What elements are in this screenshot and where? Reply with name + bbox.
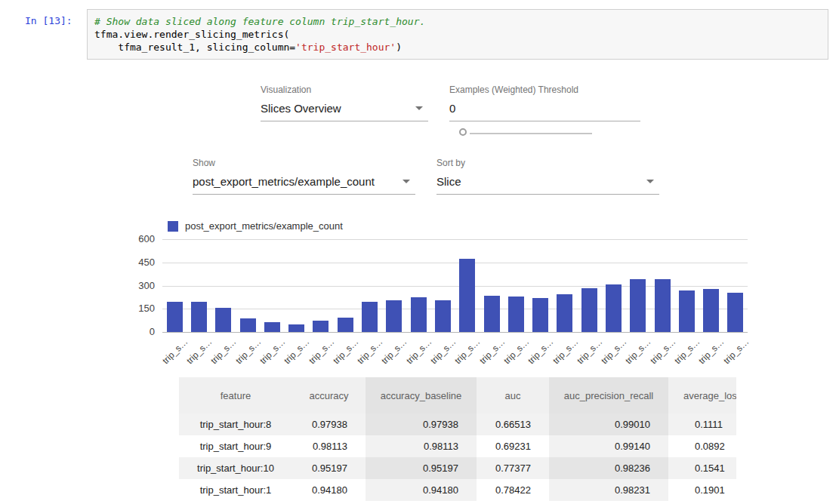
bar-slot (406, 297, 430, 332)
x-tick-label: trip_s… (526, 337, 555, 366)
code-args-pre: tfma_result_1, slicing_column= (94, 41, 295, 53)
code-editor[interactable]: # Show data sliced along feature column … (87, 9, 828, 60)
feature-cell: trip_start_hour:10 (179, 457, 292, 479)
bar-slot (723, 293, 748, 332)
slider-thumb[interactable] (459, 128, 467, 136)
show-dropdown[interactable]: Show post_export_metrics/example_count (193, 158, 415, 195)
show-value[interactable]: post_export_metrics/example_count (193, 170, 415, 195)
bar[interactable] (557, 294, 572, 332)
x-tick-slot: trip_s… (723, 333, 748, 364)
bar[interactable] (435, 300, 451, 332)
bar-slot (309, 321, 333, 332)
column-header[interactable]: accuracy (292, 377, 366, 413)
feature-cell: trip_start_hour:9 (179, 435, 292, 457)
bar-slot (553, 294, 577, 332)
bar[interactable] (313, 321, 329, 332)
chevron-down-icon (415, 106, 423, 110)
code-args-string: 'trip_start_hour' (295, 41, 396, 53)
metric-cell: 0.94180 (366, 479, 477, 501)
bar[interactable] (655, 279, 671, 332)
column-header[interactable]: accuracy_baseline (366, 377, 477, 413)
x-tick-slot: trip_s… (577, 333, 601, 364)
bar[interactable] (288, 324, 304, 332)
bar-slot (480, 296, 504, 332)
x-tick-slot: trip_s… (236, 333, 260, 364)
sort-by-label: Sort by (436, 158, 659, 170)
bar-slot (187, 302, 211, 332)
visualization-label: Visualization (261, 85, 428, 97)
bar[interactable] (532, 298, 548, 332)
x-tick-slot: trip_s… (528, 333, 552, 364)
metric-cell: 0.95197 (292, 457, 366, 479)
x-tick-label: trip_s… (428, 337, 458, 366)
bar-slot (601, 284, 625, 332)
metric-cell: 0.97938 (292, 413, 366, 435)
column-header[interactable]: average_los (668, 377, 736, 413)
bar[interactable] (581, 288, 597, 332)
table-row: trip_start_hour:100.951970.951970.773770… (179, 457, 736, 479)
show-selected: post_export_metrics/example_count (193, 175, 375, 188)
chevron-down-icon (403, 180, 410, 183)
slider-track[interactable] (470, 133, 592, 134)
bar[interactable] (338, 318, 353, 332)
bar[interactable] (167, 302, 183, 332)
sort-by-dropdown[interactable]: Sort by Slice (436, 158, 659, 195)
x-tick-label: trip_s… (380, 337, 409, 366)
bar[interactable] (630, 279, 646, 332)
bar[interactable] (606, 284, 622, 332)
x-tick-label: trip_s… (355, 337, 384, 366)
metric-cell: 0.0892 (668, 435, 736, 457)
x-tick-label: trip_s… (721, 337, 751, 366)
bar[interactable] (679, 290, 695, 332)
table-row: trip_start_hour:80.979380.979380.665130.… (179, 413, 736, 435)
sort-by-value[interactable]: Slice (436, 170, 659, 195)
visualization-value[interactable]: Slices Overview (261, 97, 428, 121)
feature-cell: trip_start_hour:1 (179, 479, 292, 501)
bar[interactable] (264, 322, 280, 332)
column-header[interactable]: feature (179, 377, 292, 413)
notebook-page: In [13]: # Show data sliced along featur… (0, 0, 839, 504)
x-tick-slot: trip_s… (357, 333, 381, 364)
bar[interactable] (484, 296, 500, 332)
threshold-field[interactable]: Examples (Weighted) Threshold (449, 85, 640, 121)
y-tick-label: 150 (113, 303, 155, 314)
bar[interactable] (386, 300, 402, 332)
code-call-line: tfma.view.render_slicing_metrics( (94, 28, 821, 41)
column-header[interactable]: auc_precision_recall (549, 377, 668, 413)
x-tick-slot: trip_s… (162, 333, 187, 364)
threshold-input[interactable] (449, 102, 639, 115)
bar[interactable] (215, 308, 231, 332)
metric-cell: 0.98113 (366, 435, 477, 457)
bar-slot (455, 259, 480, 332)
column-header[interactable]: auc (477, 377, 549, 413)
threshold-slider[interactable] (458, 128, 594, 139)
bar-slot (260, 322, 284, 332)
bar-slot (699, 289, 723, 332)
feature-cell: trip_start_hour:8 (179, 413, 292, 435)
metric-cell: 0.77377 (477, 457, 549, 479)
x-tick-slot: trip_s… (284, 333, 308, 364)
visualization-selected: Slices Overview (261, 102, 341, 115)
bar[interactable] (703, 289, 719, 332)
bar[interactable] (459, 259, 475, 332)
threshold-value-wrap[interactable] (449, 97, 640, 121)
show-label: Show (193, 158, 415, 170)
x-tick-label: trip_s… (209, 337, 239, 366)
x-tick-slot: trip_s… (699, 333, 723, 364)
cell-prompt: In [13]: (25, 9, 87, 60)
bar-slot (577, 288, 601, 332)
bar[interactable] (240, 318, 256, 332)
y-tick-label: 600 (113, 233, 155, 244)
bar[interactable] (411, 297, 427, 332)
metric-cell: 0.69231 (477, 435, 549, 457)
bar[interactable] (508, 297, 524, 332)
x-tick-label: trip_s… (599, 337, 628, 366)
bar[interactable] (191, 302, 207, 332)
x-tick-label: trip_s… (452, 337, 482, 366)
x-tick-slot: trip_s… (674, 333, 699, 364)
x-tick-slot: trip_s… (406, 333, 430, 364)
bar[interactable] (362, 302, 378, 332)
bar[interactable] (727, 293, 743, 332)
visualization-dropdown[interactable]: Visualization Slices Overview (261, 85, 428, 121)
code-cell: In [13]: # Show data sliced along featur… (25, 9, 828, 60)
